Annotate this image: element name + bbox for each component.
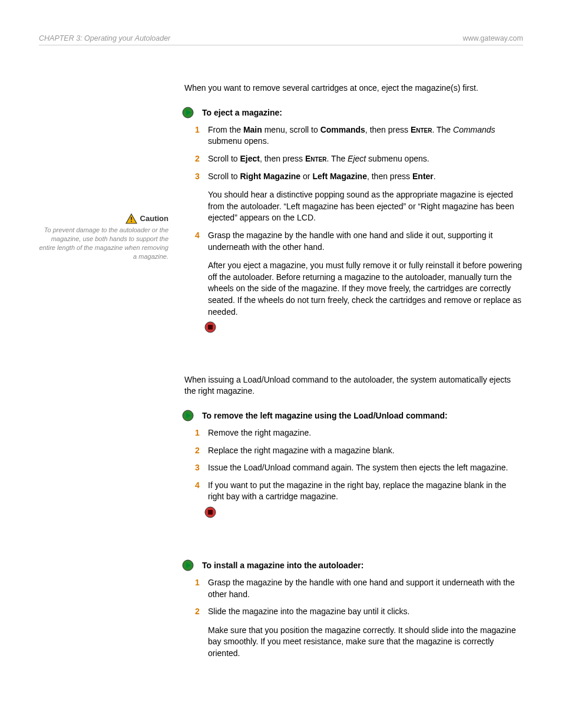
step: 1 Grasp the magazine by the handle with … [195,577,523,600]
stop-icon [204,506,216,518]
main-content: When you want to remove several cartridg… [184,83,523,701]
procedure-title: To install a magazine into the autoloade… [202,561,363,570]
step: 2 Replace the right magazine with a maga… [195,445,523,457]
step-number: 2 [195,606,206,659]
step-number: 4 [195,480,206,503]
step: 2 Scroll to Eject, then press Enter. The… [195,153,523,165]
step-number: 3 [195,171,206,224]
step-body: Scroll to Eject, then press Enter. The E… [208,153,523,165]
stop-icon [204,321,216,333]
svg-rect-2 [131,221,132,222]
section-intro: When issuing a Load/Unload command to th… [184,374,523,397]
step-number: 1 [195,427,206,439]
section-remove-left-magazine: When issuing a Load/Unload command to th… [184,374,523,518]
section-intro: When you want to remove several cartridg… [184,83,523,94]
caution-icon [125,213,137,224]
caution-label: Caution [140,213,168,224]
step-number: 3 [195,462,206,474]
procedure-title: To remove the left magazine using the Lo… [202,411,448,420]
step-body: Grasp the magazine by the handle with on… [208,230,523,318]
play-icon [182,107,194,118]
svg-rect-6 [208,325,213,330]
step-number: 4 [195,230,206,318]
step: 3 Scroll to Right Magazine or Left Magaz… [195,171,523,224]
step: 2 Slide the magazine into the magazine b… [195,606,523,659]
svg-rect-1 [131,217,132,220]
step-number: 2 [195,153,206,165]
play-icon [182,559,194,571]
procedure-title: To eject a magazine: [202,108,282,117]
step: 4 If you want to put the magazine in the… [195,480,523,503]
step-body: From the Main menu, scroll to Commands, … [208,124,523,147]
step-body: Scroll to Right Magazine or Left Magazin… [208,171,523,224]
svg-rect-10 [208,510,213,515]
page-header: CHAPTER 3: Operating your Autoloader www… [39,34,523,45]
caution-sidebar: Caution To prevent damage to the autoloa… [39,213,168,261]
step-number: 2 [195,445,206,457]
step: 1 Remove the right magazine. [195,427,523,439]
step: 3 Issue the Load/Unload command again. T… [195,462,523,474]
step: 4 Grasp the magazine by the handle with … [195,230,523,318]
section-install-magazine: To install a magazine into the autoloade… [184,559,523,660]
play-icon [182,410,194,421]
step-number: 1 [195,124,206,147]
caution-text: To prevent damage to the autoloader or t… [39,226,168,261]
header-url: www.gateway.com [462,34,523,42]
step: 1 From the Main menu, scroll to Commands… [195,124,523,147]
chapter-title: CHAPTER 3: Operating your Autoloader [39,34,170,42]
section-eject-magazine: When you want to remove several cartridg… [184,83,523,333]
step-number: 1 [195,577,206,600]
